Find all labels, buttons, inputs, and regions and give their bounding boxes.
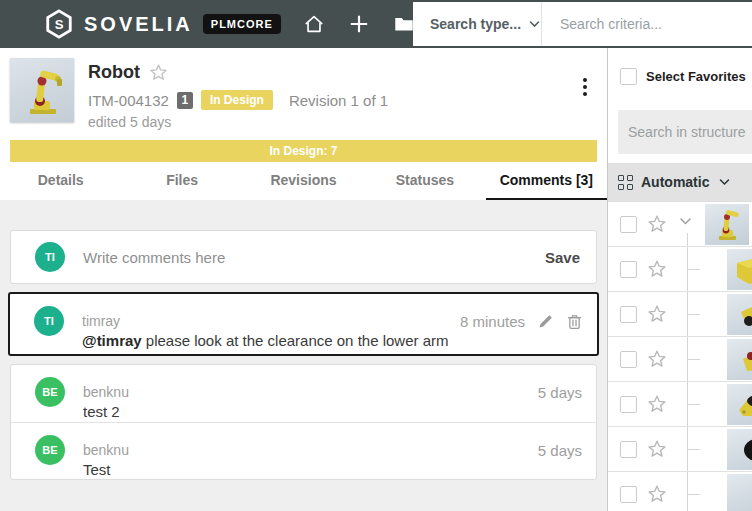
- row-checkbox[interactable]: [620, 351, 637, 368]
- row-thumbnail-base-part: [727, 384, 752, 425]
- comment-text: test 2: [83, 403, 120, 420]
- search-type-label: Search type...: [430, 16, 521, 32]
- row-checkbox[interactable]: [620, 306, 637, 323]
- item-number: ITM-004132: [88, 92, 169, 109]
- structure-row[interactable]: [608, 337, 752, 382]
- comment-timestamp: 8 minutes: [460, 313, 525, 330]
- edit-comment-icon[interactable]: [537, 313, 554, 330]
- tree-line: [687, 472, 688, 511]
- comment-author-avatar: BE: [35, 377, 65, 407]
- tree-branch: [687, 404, 700, 405]
- row-checkbox[interactable]: [620, 216, 637, 233]
- row-checkbox[interactable]: [620, 486, 637, 503]
- tab-files[interactable]: Files: [121, 162, 242, 200]
- comment-timestamp: 5 days: [538, 384, 582, 401]
- status-banner-label: In Design: 7: [269, 144, 337, 158]
- row-star-icon[interactable]: [646, 258, 668, 280]
- select-favorites-row: Select Favorites: [620, 68, 746, 85]
- structure-row-root[interactable]: [608, 202, 752, 247]
- add-icon[interactable]: [348, 13, 370, 35]
- folder-icon[interactable]: [393, 13, 415, 35]
- row-star-icon[interactable]: [646, 438, 668, 460]
- structure-row[interactable]: [608, 427, 752, 472]
- structure-view-mode-dropdown[interactable]: Automatic: [608, 163, 752, 201]
- tree-branch: [687, 494, 700, 495]
- row-star-icon[interactable]: [646, 213, 668, 235]
- comment-text: @timray please look at the clearance on …: [82, 332, 449, 349]
- row-star-icon[interactable]: [646, 393, 668, 415]
- sovelia-logo[interactable]: S SOVELIA PLMCORE: [44, 9, 281, 39]
- tab-revisions[interactable]: Revisions: [243, 162, 364, 200]
- comment-author-avatar: BE: [35, 435, 65, 465]
- comment-author-name: benknu: [83, 442, 129, 458]
- more-actions-button[interactable]: [578, 74, 592, 100]
- structure-row[interactable]: [608, 292, 752, 337]
- current-user-avatar: TI: [35, 242, 65, 272]
- tree-branch: [687, 449, 700, 450]
- row-thumbnail-wheel-assembly-part: [727, 294, 752, 335]
- comment-group: BE benknu 5 days test 2 BE benknu 5 days: [10, 364, 597, 480]
- row-star-icon[interactable]: [646, 483, 668, 505]
- structure-search-input[interactable]: [618, 110, 752, 154]
- comment-text: Test: [83, 461, 111, 478]
- structure-row[interactable]: [608, 472, 752, 511]
- chevron-down-icon: [719, 178, 730, 186]
- comment-item-selected[interactable]: TI timray 8 minutes @timray ple: [8, 292, 599, 356]
- tab-statuses[interactable]: Statuses: [364, 162, 485, 200]
- comment-input-card: TI Save: [10, 230, 597, 284]
- structure-panel: Select Favorites Automatic: [608, 48, 752, 511]
- chevron-down-icon: [529, 20, 540, 28]
- tree-branch: [687, 314, 700, 315]
- comment-item[interactable]: BE benknu 5 days Test: [11, 422, 596, 479]
- search-type-dropdown[interactable]: Search type...: [413, 16, 541, 32]
- search-criteria-input[interactable]: [542, 16, 752, 32]
- status-progress-banner[interactable]: In Design: 7: [10, 140, 597, 162]
- row-thumbnail-yellow-block-part: [727, 249, 752, 290]
- grid-view-icon: [618, 175, 633, 190]
- comment-input[interactable]: [83, 249, 545, 266]
- item-edited-label: edited 5 days: [88, 114, 171, 130]
- item-revision: Revision 1 of 1: [289, 92, 388, 109]
- tree-line: [687, 233, 688, 246]
- collapse-chevron-icon[interactable]: [679, 217, 692, 226]
- favorite-star-icon[interactable]: [148, 62, 169, 83]
- item-thumbnail: [10, 58, 74, 122]
- row-star-icon[interactable]: [646, 303, 668, 325]
- comment-author-avatar: TI: [34, 306, 64, 336]
- version-count-badge: 1: [177, 92, 193, 109]
- row-thumbnail-robot-assembly: [705, 204, 749, 245]
- sovelia-hexagon-icon: S: [44, 9, 74, 39]
- tree-branch: [687, 269, 700, 270]
- comment-timestamp: 5 days: [538, 442, 582, 459]
- row-checkbox[interactable]: [620, 261, 637, 278]
- home-icon[interactable]: [303, 13, 325, 35]
- item-header: Robot ITM-004132 1 In Design Revision 1 …: [0, 48, 607, 140]
- structure-row[interactable]: [608, 382, 752, 427]
- row-star-icon[interactable]: [646, 348, 668, 370]
- comments-tab-content: TI Save TI timray 8 minutes: [0, 200, 607, 511]
- tree-branch: [687, 359, 700, 360]
- item-title: Robot: [88, 62, 140, 83]
- comment-author-name: timray: [82, 313, 120, 329]
- top-navigation-bar: S SOVELIA PLMCORE Search type...: [0, 0, 752, 48]
- app-window: S SOVELIA PLMCORE Search type...: [0, 0, 752, 511]
- row-checkbox[interactable]: [620, 396, 637, 413]
- svg-text:S: S: [55, 17, 64, 32]
- structure-row-list: [608, 201, 752, 511]
- structure-row[interactable]: [608, 247, 752, 292]
- row-checkbox[interactable]: [620, 441, 637, 458]
- robot-thumbnail-image: [10, 58, 74, 122]
- item-detail-panel: Robot ITM-004132 1 In Design Revision 1 …: [0, 48, 608, 511]
- product-badge: PLMCORE: [203, 14, 281, 34]
- global-search: Search type...: [413, 2, 752, 46]
- tab-comments[interactable]: Comments [3]: [486, 162, 607, 200]
- brand-name: SOVELIA: [84, 13, 193, 36]
- comment-mention: @timray: [82, 332, 142, 349]
- save-comment-button[interactable]: Save: [545, 249, 580, 266]
- tab-details[interactable]: Details: [0, 162, 121, 200]
- comment-item[interactable]: BE benknu 5 days test 2: [11, 365, 596, 422]
- delete-comment-icon[interactable]: [566, 313, 583, 330]
- tab-bar: Details Files Revisions Statuses Comment…: [0, 162, 607, 200]
- status-chip: In Design: [201, 90, 273, 110]
- select-favorites-checkbox[interactable]: [620, 68, 637, 85]
